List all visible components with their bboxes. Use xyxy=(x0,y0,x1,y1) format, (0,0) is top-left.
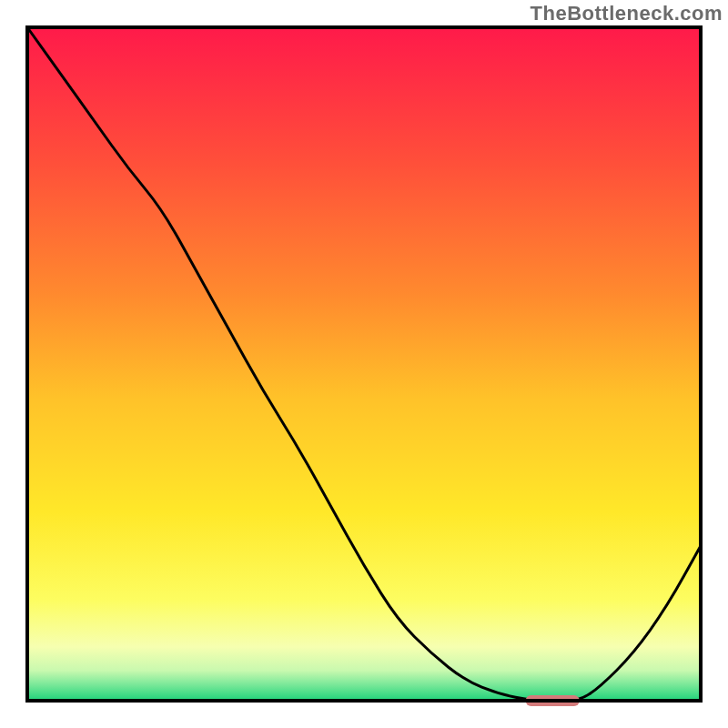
bottleneck-chart xyxy=(0,0,728,728)
plot-background xyxy=(27,27,701,701)
chart-container: TheBottleneck.com xyxy=(0,0,728,728)
